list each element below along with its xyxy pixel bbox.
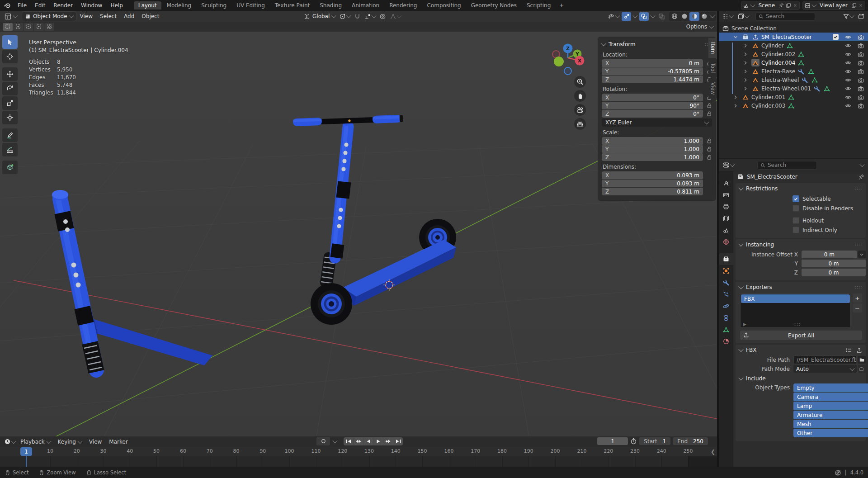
value-slider-x[interactable]: X0° [602,94,703,101]
chevron-right-icon[interactable] [741,77,750,83]
sidebar-tab-view[interactable]: View [708,78,717,99]
presets-icon[interactable] [845,347,852,353]
tool-transform-button[interactable] [2,111,18,124]
tool-scale-button[interactable] [2,96,18,110]
stopwatch-icon[interactable] [630,438,637,445]
object-type-empty[interactable]: Empty [793,383,868,392]
panel-grip[interactable]: :::: [855,242,862,247]
start-frame-field[interactable]: Start1 [639,437,670,445]
disable-render-camera-icon[interactable] [855,43,866,49]
value-slider-x[interactable]: X0 m [602,59,703,67]
select-mode-extend[interactable] [13,23,23,31]
timeline-editor-type-dropdown[interactable] [3,437,17,446]
outliner-row-sm-electrascooter[interactable]: SM_ElectraScooter [719,33,868,41]
disable-render-camera-icon[interactable] [855,77,866,83]
menu-window[interactable]: Window [77,2,106,9]
tool-measure-button[interactable] [2,143,18,156]
outliner-row-cylinder-001[interactable]: Cylinder.001 [719,93,868,101]
tool-cursor-button[interactable] [2,50,18,63]
pivot-point-dropdown[interactable] [338,12,352,21]
properties-tab-collection[interactable] [719,253,733,265]
shading-rendered-button[interactable] [699,12,709,21]
disable-render-camera-icon[interactable] [855,68,866,75]
value-slider-z[interactable]: Z1.000 [602,153,703,161]
viewport-menu-object[interactable]: Object [138,13,163,19]
outliner-row-scene-collection[interactable]: Scene Collection [719,24,868,33]
chevron-right-icon[interactable] [741,43,750,48]
disable-render-camera-icon[interactable] [855,94,866,100]
hide-viewport-eye-icon[interactable] [843,51,854,57]
value-slider-z[interactable]: Z0.811 m [602,188,703,195]
properties-tab-modifiers[interactable] [719,277,733,289]
menu-file[interactable]: File [14,2,31,9]
hide-viewport-eye-icon[interactable] [843,68,854,75]
tool-add-cube-button[interactable] [2,161,18,174]
checkbox-indirect-only[interactable] [793,227,799,233]
timeline-menu-keying[interactable]: Keying [54,439,85,445]
properties-options-dropdown[interactable] [859,161,865,170]
blender-logo-icon[interactable] [0,2,14,9]
options-button[interactable]: Options [686,24,713,30]
chevron-right-icon[interactable] [741,86,750,91]
workspace-tab-rendering[interactable]: Rendering [385,1,421,9]
value-slider-z[interactable]: Z1.4474 m [602,76,703,83]
sidebar-tab-item[interactable]: Item [708,38,717,58]
value-slider-z[interactable]: Z0° [602,110,703,118]
properties-tab-scene[interactable] [719,224,733,236]
timeline-menu-marker[interactable]: Marker [105,439,131,445]
lock-icon[interactable] [706,138,712,144]
chevron-down-icon[interactable] [858,251,866,258]
export-icon[interactable] [856,347,862,353]
object-type-lamp[interactable]: Lamp [793,402,868,410]
disable-render-camera-icon[interactable] [855,85,866,92]
disable-render-camera-icon[interactable] [855,34,866,40]
shading-wireframe-button[interactable] [670,12,679,21]
value-slider-y[interactable]: Y90° [602,102,703,109]
chevron-down-icon[interactable] [731,34,740,40]
overlays-dropdown[interactable] [650,12,656,21]
properties-tab-tool[interactable] [719,177,733,189]
workspace-tab-shading[interactable]: Shading [315,1,346,9]
add-exporter-button[interactable]: + [853,293,862,303]
viewlayer-selector[interactable]: ViewLayer [802,1,865,10]
workspace-tab-scripting[interactable]: Scripting [522,1,555,9]
menu-help[interactable]: Help [106,2,127,9]
next-keyframe-button[interactable] [383,437,393,445]
mode-dropdown[interactable]: Object Mode [22,11,76,21]
properties-tab-object[interactable] [719,265,733,277]
object-type-mesh[interactable]: Mesh [793,420,868,428]
current-frame-field[interactable]: 1 [597,437,628,445]
lock-icon[interactable] [706,154,712,160]
restrictions-panel-header[interactable]: Restrictions :::: [736,183,866,194]
pack-icon[interactable] [858,365,866,373]
include-subpanel-header[interactable]: Include [736,374,866,383]
collapse-region-icon[interactable]: ❮ [711,449,715,455]
remove-exporter-button[interactable]: − [853,303,862,312]
timeline-menu-playback[interactable]: Playback [17,439,54,445]
chevron-right-icon[interactable] [731,103,740,109]
collection-checkbox[interactable] [830,34,841,40]
editor-type-button[interactable] [2,12,20,21]
expand-arrow-icon[interactable]: ▶ [743,322,746,327]
object-type-armature[interactable]: Armature [793,411,868,419]
outliner-row-cylinder-002[interactable]: Cylinder.002 [719,50,868,58]
gizmos-toggle[interactable] [622,12,631,21]
chevron-right-icon[interactable] [741,52,750,57]
properties-editor-type-dropdown[interactable] [722,161,736,170]
properties-tab-world[interactable] [719,236,733,248]
auto-keying-record-button[interactable] [316,437,330,445]
outliner-row-cylinder-003[interactable]: Cylinder.003 [719,101,868,110]
value-slider-x[interactable]: X1.000 [602,137,703,145]
lock-icon[interactable] [706,103,712,109]
tool-annotate-button[interactable] [2,128,18,142]
export-all-button[interactable]: Export All [740,331,862,340]
tool-tweak-button[interactable] [2,35,18,49]
menu-render[interactable]: Render [49,2,77,9]
exporters-panel-header[interactable]: Exporters :::: [736,282,866,293]
exporter-item-fbx[interactable]: FBX [741,294,850,303]
end-frame-field[interactable]: End250 [673,437,708,445]
workspace-tab-sculpting[interactable]: Sculpting [197,1,231,9]
list-grip[interactable]: :::: [793,322,801,327]
select-mode-new[interactable] [3,23,13,31]
hide-viewport-eye-icon[interactable] [843,103,854,109]
